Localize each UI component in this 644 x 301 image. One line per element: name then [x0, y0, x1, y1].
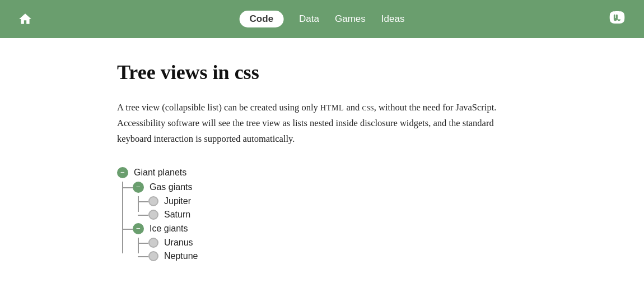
tree-leaf-icon-neptune — [148, 251, 158, 261]
tree-saturn-row[interactable]: Saturn — [148, 210, 527, 220]
nav-ideas[interactable]: Ideas — [381, 13, 405, 25]
tree-view: Giant planets Gas giants Jupiter — [117, 167, 527, 261]
tree-root-label: Giant planets — [134, 168, 186, 178]
home-button[interactable] — [18, 12, 32, 26]
intro-text: A tree view (collapsible list) can be cr… — [117, 100, 527, 147]
tree-jupiter-row[interactable]: Jupiter — [148, 196, 527, 206]
tree-open-icon-gas[interactable] — [133, 182, 144, 193]
navigation: Code Data Games Ideas — [0, 0, 644, 38]
tree-leaf-icon-saturn — [148, 210, 158, 220]
tree-saturn-label: Saturn — [164, 210, 190, 220]
tree-open-icon[interactable] — [117, 167, 128, 178]
tree-root-row[interactable]: Giant planets — [117, 167, 527, 178]
tree-neptune-label: Neptune — [164, 251, 198, 261]
page-title: Tree views in css — [117, 61, 527, 84]
tree-leaf-icon-uranus — [148, 238, 158, 248]
tree-gas-giants-children: Jupiter Saturn — [133, 196, 527, 220]
tree-root: Giant planets Gas giants Jupiter — [117, 167, 527, 261]
tree-gas-giants-row[interactable]: Gas giants — [133, 182, 527, 193]
main-content: Tree views in css A tree view (collapsib… — [104, 38, 540, 298]
nav-code[interactable]: Code — [240, 11, 284, 27]
tree-ice-giants-row[interactable]: Ice giants — [133, 223, 527, 234]
nav-games[interactable]: Games — [335, 13, 366, 25]
tree-gas-giants-label: Gas giants — [150, 182, 192, 192]
tree-uranus-label: Uranus — [164, 238, 193, 248]
tree-jupiter-label: Jupiter — [164, 196, 191, 206]
tree-ice-giants: Ice giants Uranus Neptune — [133, 223, 527, 261]
tree-neptune-row[interactable]: Neptune — [148, 251, 527, 261]
tree-open-icon-ice[interactable] — [133, 223, 144, 234]
mastodon-button[interactable] — [608, 8, 626, 30]
tree-root-children: Gas giants Jupiter Saturn — [117, 182, 527, 261]
nav-links: Code Data Games Ideas — [240, 11, 405, 27]
tree-ice-giants-children: Uranus Neptune — [133, 238, 527, 261]
nav-data[interactable]: Data — [299, 13, 319, 25]
tree-ice-giants-label: Ice giants — [150, 224, 188, 234]
tree-leaf-icon-jupiter — [148, 196, 158, 206]
tree-gas-giants: Gas giants Jupiter Saturn — [133, 182, 527, 220]
tree-uranus-row[interactable]: Uranus — [148, 238, 527, 248]
